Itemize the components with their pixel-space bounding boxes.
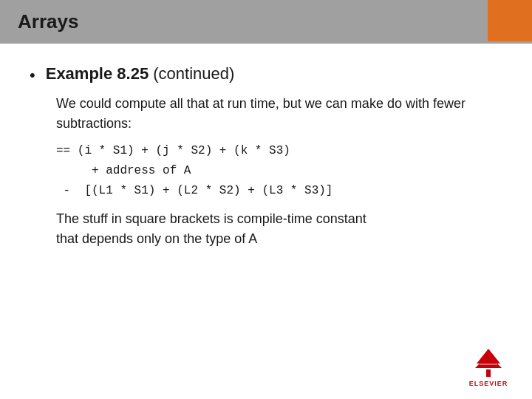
header-bar: Arrays	[0, 0, 532, 44]
code-line-3: - [(L1 * S1) + (L2 * S2) + (L3 * S3)]	[56, 181, 502, 201]
footer-line2: that depends only on the type of A	[56, 231, 257, 246]
elsevier-label: ELSEVIER	[469, 380, 508, 387]
paragraph1: We could compute all that at run time, b…	[56, 94, 502, 134]
example-label: Example 8.25	[46, 64, 149, 83]
elsevier-tree-icon	[469, 347, 508, 378]
slide-container: Arrays • Example 8.25 (continued) We cou…	[0, 0, 532, 399]
elsevier-logo: ELSEVIER	[463, 343, 514, 387]
code-line-1: == (i * S1) + (j * S2) + (k * S3)	[56, 141, 502, 161]
bullet-dot: •	[30, 66, 35, 85]
svg-rect-3	[480, 364, 497, 365]
code-block: == (i * S1) + (j * S2) + (k * S3) + addr…	[56, 141, 502, 202]
svg-rect-0	[486, 369, 491, 377]
footer-line1: The stuff in square brackets is compile-…	[56, 211, 366, 226]
slide-title: Arrays	[18, 10, 78, 33]
bullet-item: • Example 8.25 (continued)	[30, 64, 502, 85]
content-area: • Example 8.25 (continued) We could comp…	[0, 44, 532, 264]
footer-text: The stuff in square brackets is compile-…	[56, 209, 502, 249]
example-suffix: (continued)	[149, 64, 234, 83]
example-heading: Example 8.25 (continued)	[46, 64, 235, 83]
orange-accent	[488, 0, 532, 41]
code-line-2: + address of A	[56, 161, 502, 181]
